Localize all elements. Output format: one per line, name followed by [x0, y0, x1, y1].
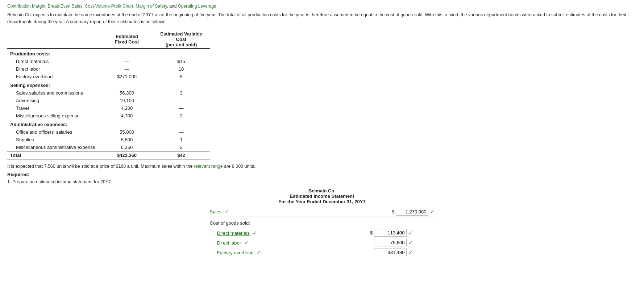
total-fixed: $423,360 — [101, 151, 152, 159]
row-total: Total $423,360 $42 — [7, 151, 210, 159]
row-misc-admin: Miscellaneous administrative expense 6,2… — [7, 143, 210, 151]
cogs-header-label: Cost of goods sold: — [210, 220, 435, 226]
factory-overhead-check: ✓ — [257, 250, 261, 255]
direct-labor-inner-check: ✓ — [408, 240, 413, 246]
col-fixed-header: EstimatedFixed Cost — [101, 30, 152, 49]
direct-labor-label: Direct labor — [7, 65, 101, 73]
breadcrumb-cvp-chart[interactable]: Cost-Volume-Profit Chart — [85, 4, 133, 9]
income-statement-body: Sales ✓ $ ✓ Cost of goods sold: Direct m… — [210, 208, 435, 257]
direct-labor-link[interactable]: Direct labor — [217, 240, 241, 246]
direct-materials-inner-check: ✓ — [408, 230, 413, 236]
direct-labor-check: ✓ — [244, 240, 249, 246]
direct-materials-dollar: $ — [370, 230, 373, 236]
breadcrumb-break-even[interactable]: Break-Even Sales — [47, 4, 82, 9]
breadcrumb: Contribution Margin, Break-Even Sales, C… — [7, 4, 637, 9]
row-advertising: Advertising 19,100 — — [7, 97, 210, 104]
direct-labor-input[interactable] — [374, 239, 407, 246]
sales-salaries-var: 3 — [152, 89, 210, 97]
sales-outer-col: $ ✓ — [377, 208, 435, 216]
total-label: Total — [7, 151, 101, 159]
row-travel: Travel 4,200 — — [7, 104, 210, 112]
sales-input[interactable] — [396, 208, 428, 216]
factory-overhead-inner-col: ✓ — [366, 249, 413, 256]
total-var: $42 — [152, 151, 210, 159]
cost-table: EstimatedFixed Cost Estimated Variable C… — [7, 30, 210, 160]
misc-selling-label: Miscellaneous selling expense — [7, 112, 101, 120]
misc-admin-fixed: 6,260 — [101, 143, 152, 151]
misc-admin-label: Miscellaneous administrative expense — [7, 143, 101, 151]
breadcrumb-operating-leverage[interactable]: Operating Leverage — [178, 4, 216, 9]
sales-outer-check: ✓ — [430, 209, 435, 214]
company-name: Belmain Co. — [7, 188, 637, 193]
row-factory-overhead: Factory overhead $271,000 8 — [7, 73, 210, 80]
direct-materials-fixed: — — [101, 58, 152, 65]
section-admin-label: Administrative expenses: — [7, 120, 210, 128]
advertising-fixed: 19,100 — [101, 97, 152, 104]
direct-materials-inner-col: $ ✓ — [366, 229, 413, 237]
direct-labor-row: Direct labor ✓ ✓ — [210, 238, 435, 247]
required-label: Required: — [7, 172, 637, 177]
direct-materials-label: Direct materials — [7, 58, 101, 65]
factory-overhead-link[interactable]: Factory overhead — [217, 250, 254, 255]
row-direct-materials: Direct materials — $15 — [7, 58, 210, 65]
row-direct-labor: Direct labor — 10 — [7, 65, 210, 73]
col-label-header — [7, 30, 101, 49]
intro-paragraph: Belmain Co. expects to maintain the same… — [7, 12, 637, 25]
office-salaries-fixed: 55,000 — [101, 128, 152, 136]
factory-overhead-fixed: $271,000 — [101, 73, 152, 80]
misc-admin-var: 2 — [152, 143, 210, 151]
sales-dollar: $ — [392, 209, 394, 214]
office-salaries-label: Office and officers' salaries — [7, 128, 101, 136]
factory-overhead-label: Factory overhead — [7, 73, 101, 80]
breadcrumb-contribution-margin[interactable]: Contribution Margin — [7, 4, 45, 9]
factory-overhead-row: Factory overhead ✓ ✓ — [210, 248, 435, 257]
direct-materials-var: $15 — [152, 58, 210, 65]
section-production: Production costs: — [7, 49, 210, 58]
sales-label: Sales ✓ — [210, 209, 377, 214]
row-sales-salaries: Sales salaries and commissions 56,300 3 — [7, 89, 210, 97]
statement-period: For the Year Ended December 31, 20Y7 — [7, 199, 637, 204]
direct-materials-check: ✓ — [253, 230, 257, 236]
factory-overhead-input[interactable] — [374, 249, 407, 256]
direct-labor-income-label: Direct labor ✓ — [210, 240, 366, 246]
office-salaries-var: — — [152, 128, 210, 136]
factory-overhead-income-label: Factory overhead ✓ — [210, 250, 366, 255]
row-misc-selling: Miscellaneous selling expense 4,700 3 — [7, 112, 210, 120]
sales-link[interactable]: Sales — [210, 209, 222, 214]
cogs-header-row: Cost of goods sold: — [210, 219, 435, 228]
supplies-fixed: 6,800 — [101, 136, 152, 143]
direct-materials-row: Direct materials ✓ $ ✓ — [210, 229, 435, 237]
section-production-label: Production costs: — [7, 49, 210, 58]
misc-selling-var: 3 — [152, 112, 210, 120]
breadcrumb-margin-safety[interactable]: Margin of Safety — [136, 4, 167, 9]
direct-materials-link[interactable]: Direct materials — [217, 230, 250, 236]
statement-title: Estimated Income Statement — [7, 193, 637, 199]
direct-labor-inner-col: ✓ — [366, 239, 413, 246]
sales-salaries-label: Sales salaries and commissions — [7, 89, 101, 97]
income-statement-header: Belmain Co. Estimated Income Statement F… — [7, 188, 637, 204]
sales-check: ✓ — [225, 209, 229, 214]
direct-materials-income-label: Direct materials ✓ — [210, 230, 366, 236]
section-selling-label: Selling expenses: — [7, 80, 210, 89]
advertising-var: — — [152, 97, 210, 104]
col-var-header: Estimated Variable Cost(per unit sold) — [152, 30, 210, 49]
travel-fixed: 4,200 — [101, 104, 152, 112]
advertising-label: Advertising — [7, 97, 101, 104]
sales-salaries-fixed: 56,300 — [101, 89, 152, 97]
row-office-salaries: Office and officers' salaries 55,000 — — [7, 128, 210, 136]
travel-label: Travel — [7, 104, 101, 112]
row-supplies: Supplies 6,800 1 — [7, 136, 210, 143]
supplies-label: Supplies — [7, 136, 101, 143]
travel-var: — — [152, 104, 210, 112]
direct-materials-input[interactable] — [374, 229, 407, 237]
section-admin: Administrative expenses: — [7, 120, 210, 128]
supplies-var: 1 — [152, 136, 210, 143]
sales-row: Sales ✓ $ ✓ — [210, 208, 435, 217]
misc-selling-fixed: 4,700 — [101, 112, 152, 120]
expected-text: It is expected that 7,560 units will be … — [7, 164, 637, 169]
section-selling: Selling expenses: — [7, 80, 210, 89]
factory-overhead-var: 8 — [152, 73, 210, 80]
relevant-range-link[interactable]: relevant range — [194, 164, 223, 169]
prepare-text: 1. Prepare an estimated income statement… — [7, 179, 637, 184]
direct-labor-fixed: — — [101, 65, 152, 73]
